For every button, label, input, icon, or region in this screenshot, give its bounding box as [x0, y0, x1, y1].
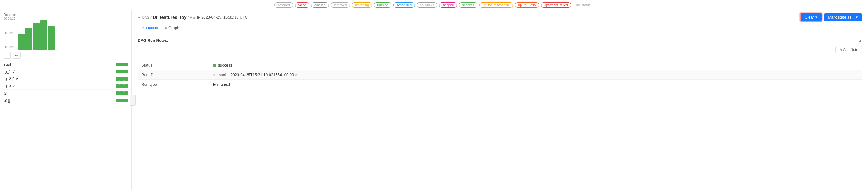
- chart-bar-3: [40, 20, 47, 50]
- chart-y-labels: 00:00:1200:00:0600:00:00: [4, 17, 15, 50]
- status-badge-running[interactable]: running: [374, 2, 392, 8]
- task-squares: [116, 77, 128, 81]
- chart-bar-0: [18, 34, 25, 50]
- task-square: [120, 91, 124, 95]
- status-value: success: [213, 63, 859, 67]
- chart-bar-2: [33, 23, 39, 50]
- task-row[interactable]: tg_2 [] ∨: [0, 75, 131, 82]
- status-badge-shutdown[interactable]: shutdown: [416, 2, 437, 8]
- tab-details[interactable]: ⚠ Details: [138, 23, 161, 33]
- task-name: t8 []: [4, 98, 114, 103]
- task-square: [120, 77, 124, 81]
- left-panel: « Duration 00:00:1200:00:0600:00:00 T ⇔ …: [0, 10, 132, 190]
- dag-name[interactable]: UI_features_toy: [153, 15, 187, 20]
- breadcrumb-sep2: /: [188, 15, 189, 20]
- task-square: [120, 70, 124, 74]
- task-name: t7: [4, 91, 114, 95]
- status-badge-scheduled[interactable]: scheduled: [393, 2, 415, 8]
- status-badge-upstream_failed[interactable]: upstream_failed: [541, 2, 571, 8]
- info-label: Status: [138, 61, 210, 70]
- copy-icon[interactable]: ⧉: [295, 73, 298, 77]
- info-value: ▶ manual: [210, 80, 862, 89]
- tab-graph[interactable]: ⌗ Graph: [161, 23, 183, 33]
- run-id-value: manual__2023-04-25T15:31:10.021554+00:00: [213, 73, 294, 77]
- chart-bars: [18, 17, 55, 50]
- content-area: DAG Run Notes: ▲ ✎ Add Note Statussucces…: [132, 33, 868, 190]
- info-value: manual__2023-04-25T15:31:10.021554+00:00…: [210, 70, 862, 80]
- run-label: Run: [190, 16, 196, 19]
- header-actions: Clear ▾ Mark state as... ▾: [801, 13, 862, 21]
- task-list: starttg_1 ∨tg_2 [] ∨tg_3 ∨t7t8 []: [0, 61, 131, 190]
- task-square: [120, 99, 124, 102]
- task-row[interactable]: start: [0, 61, 131, 68]
- task-square: [116, 70, 120, 74]
- status-badge-no_status[interactable]: no_status: [573, 2, 594, 8]
- status-dot: [213, 64, 216, 67]
- chart-area: Duration 00:00:1200:00:0600:00:00: [0, 10, 131, 50]
- run-date: ▶ 2023-04-25, 15:31:10 UTC: [197, 15, 248, 20]
- task-row[interactable]: tg_1 ∨: [0, 68, 131, 75]
- task-controls: T ⇔: [0, 50, 131, 61]
- task-squares: [116, 70, 128, 74]
- status-badge-deferred[interactable]: deferred: [274, 2, 293, 8]
- status-bar: deferredfailedqueuedremovedrestartingrun…: [0, 0, 868, 10]
- status-badge-success[interactable]: success: [459, 2, 477, 8]
- task-squares: [116, 91, 128, 95]
- status-badge-up_for_reschedule[interactable]: up_for_reschedule: [479, 2, 513, 8]
- tabs-row: ⚠ Details⌗ Graph: [132, 23, 868, 33]
- task-name: start: [4, 62, 114, 66]
- task-square: [124, 63, 128, 66]
- chart-bar-4: [48, 26, 55, 50]
- add-note-button[interactable]: ✎ Add Note: [835, 46, 862, 53]
- info-label: Run type: [138, 80, 210, 89]
- info-label: Run ID: [138, 70, 210, 80]
- chart-y-label: 00:00:00: [4, 46, 15, 49]
- task-square: [116, 63, 120, 66]
- task-square: [124, 77, 128, 81]
- status-badge-failed[interactable]: failed: [295, 2, 309, 8]
- text-size-button[interactable]: T: [4, 52, 11, 59]
- info-value: success: [210, 61, 862, 70]
- right-panel: » DAG / UI_features_toy / Run ▶ 2023-04-…: [132, 10, 868, 190]
- fit-button[interactable]: ⇔: [12, 52, 21, 59]
- chevron-up-icon[interactable]: ▲: [859, 38, 862, 43]
- mark-state-button[interactable]: Mark state as... ▾: [824, 13, 862, 21]
- expand-icon: »: [138, 15, 140, 20]
- task-row[interactable]: tg_3 ∨: [0, 82, 131, 90]
- task-squares: [116, 84, 128, 88]
- task-square: [124, 70, 128, 74]
- status-badge-skipped[interactable]: skipped: [439, 2, 457, 8]
- task-row[interactable]: t7: [0, 90, 131, 97]
- task-squares: [116, 99, 128, 102]
- info-table: StatussuccessRun IDmanual__2023-04-25T15…: [138, 61, 862, 89]
- status-badge-removed[interactable]: removed: [331, 2, 350, 8]
- status-badge-queued[interactable]: queued: [311, 2, 329, 8]
- task-squares: [116, 63, 128, 66]
- task-name: tg_2 [] ∨: [4, 77, 114, 81]
- dag-label: DAG: [142, 16, 150, 19]
- breadcrumb-sep: /: [151, 15, 152, 20]
- collapse-button[interactable]: «: [130, 95, 136, 106]
- chart-y-label: 00:00:06: [4, 31, 15, 35]
- task-name: tg_1 ∨: [4, 69, 114, 74]
- status-badge-restarting[interactable]: restarting: [352, 2, 372, 8]
- task-square: [116, 84, 120, 88]
- chart-label: Duration: [4, 13, 128, 17]
- task-name: tg_3 ∨: [4, 84, 114, 88]
- task-square: [124, 84, 128, 88]
- section-header: DAG Run Notes: ▲: [138, 38, 862, 43]
- status-badge-up_for_retry[interactable]: up_for_retry: [515, 2, 539, 8]
- info-row: Run IDmanual__2023-04-25T15:31:10.021554…: [138, 70, 862, 80]
- clear-button[interactable]: Clear ▾: [801, 13, 822, 21]
- chart-container: 00:00:1200:00:0600:00:00: [4, 17, 128, 50]
- dag-header: » DAG / UI_features_toy / Run ▶ 2023-04-…: [132, 10, 868, 23]
- task-square: [124, 91, 128, 95]
- task-row[interactable]: t8 []: [0, 97, 131, 104]
- info-row: Run type▶ manual: [138, 80, 862, 89]
- dag-breadcrumb: » DAG / UI_features_toy / Run ▶ 2023-04-…: [138, 15, 248, 20]
- chart-bar-1: [26, 28, 32, 50]
- task-square: [120, 84, 124, 88]
- task-square: [116, 99, 120, 102]
- task-square: [116, 77, 120, 81]
- chart-y-label: 00:00:12: [4, 17, 15, 20]
